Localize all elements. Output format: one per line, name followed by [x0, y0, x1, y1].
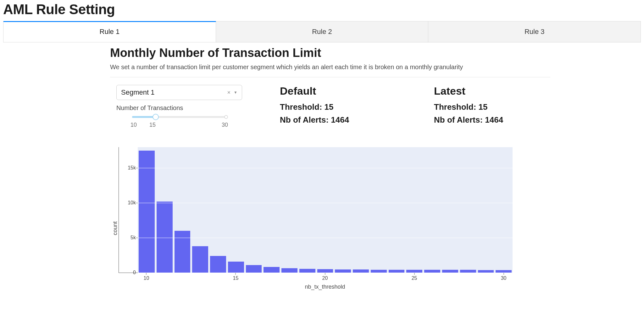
- slider-label: Number of Transactions: [116, 104, 242, 112]
- chart-x-axis: 1015202530: [137, 273, 513, 282]
- chart-bar: [299, 269, 315, 273]
- section-description: We set a number of transaction limit per…: [110, 64, 550, 71]
- default-threshold: Threshold: 15: [280, 102, 396, 112]
- chart-gridline: [138, 238, 513, 238]
- latest-alerts: Nb of Alerts: 1464: [434, 115, 550, 125]
- chart-bar: [157, 202, 173, 273]
- chart-x-tick: 15: [233, 275, 239, 281]
- default-title: Default: [280, 85, 396, 97]
- chart-bar: [389, 270, 405, 273]
- chart-y-tick: 15k: [128, 165, 136, 171]
- slider-track: [132, 116, 226, 118]
- chart-bar: [139, 151, 155, 273]
- chart-bar: [192, 246, 208, 273]
- chart-y-tick: 5k: [130, 235, 136, 241]
- chart-bar: [424, 270, 440, 273]
- chart-bar: [175, 231, 191, 273]
- chart-bar: [460, 270, 476, 273]
- chart-bar: [335, 269, 351, 273]
- segment-select[interactable]: Segment 1 × ▼: [116, 85, 242, 100]
- chart-bar: [210, 256, 226, 273]
- chart-bar: [478, 270, 494, 273]
- chart-y-tick: 10k: [128, 200, 136, 206]
- section-title: Monthly Number of Transaction Limit: [110, 46, 550, 60]
- chart-bar: [228, 262, 244, 273]
- chart-bar: [406, 270, 422, 273]
- chart-bar: [246, 265, 262, 273]
- chart-bars: [138, 147, 513, 273]
- chart-y-tick: 0: [133, 270, 136, 275]
- chevron-down-icon[interactable]: ▼: [234, 90, 237, 95]
- chart-x-tick: 10: [143, 275, 149, 281]
- slider-end-cap: [224, 115, 228, 119]
- slider-thumb[interactable]: [153, 114, 159, 120]
- divider: [110, 77, 550, 77]
- chart-bar: [281, 268, 297, 273]
- chart-x-tick: 30: [501, 275, 507, 281]
- chart-x-tick: 25: [412, 275, 417, 281]
- transactions-slider[interactable]: 10 15 30: [132, 116, 226, 128]
- chart-bar: [371, 270, 387, 273]
- tab-rule-2[interactable]: Rule 2: [216, 21, 429, 42]
- slider-min-label: 10: [130, 122, 137, 128]
- clear-icon[interactable]: ×: [227, 89, 231, 96]
- default-alerts: Nb of Alerts: 1464: [280, 115, 396, 125]
- slider-value-label: 15: [149, 122, 156, 128]
- latest-threshold: Threshold: 15: [434, 102, 550, 112]
- chart-y-axis: 05k10k15k: [119, 147, 138, 273]
- chart-bar: [264, 267, 280, 273]
- chart-xlabel: nb_tx_threshold: [137, 284, 513, 290]
- segment-select-value: Segment 1: [121, 88, 154, 97]
- chart-bar: [496, 270, 512, 273]
- chart-ylabel: count: [110, 147, 119, 290]
- chart-bar: [353, 269, 369, 273]
- chart-gridline: [138, 168, 513, 168]
- histogram-chart: count 05k10k15k 1015202530 nb_tx_thresho…: [110, 147, 513, 290]
- chart-gridline: [138, 203, 513, 203]
- page-title: AML Rule Setting: [3, 2, 641, 17]
- chart-x-tick: 20: [322, 275, 328, 281]
- latest-title: Latest: [434, 85, 550, 97]
- tab-rule-1[interactable]: Rule 1: [3, 21, 216, 42]
- slider-fill: [132, 116, 156, 118]
- chart-bar: [317, 269, 333, 273]
- tabs-bar: Rule 1Rule 2Rule 3: [3, 21, 641, 42]
- chart-bar: [442, 270, 458, 273]
- tab-rule-3[interactable]: Rule 3: [428, 21, 641, 42]
- slider-max-label: 30: [222, 122, 228, 128]
